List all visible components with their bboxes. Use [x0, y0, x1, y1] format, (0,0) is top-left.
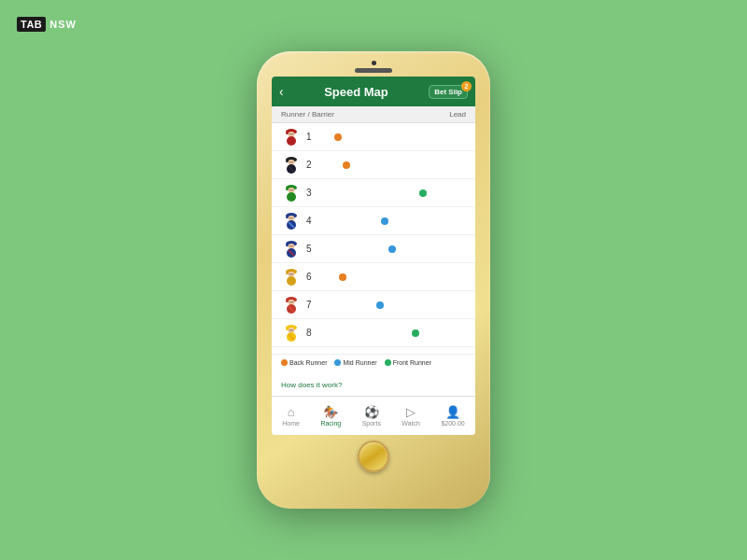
svg-rect-5: [289, 133, 294, 135]
speed-position-dot: [381, 217, 388, 225]
tab-brand: TAB: [17, 17, 46, 32]
svg-rect-11: [289, 161, 294, 163]
nav-icon-racing: 🏇: [323, 405, 338, 419]
phone-bottom-bar: [358, 441, 389, 472]
legend-color-dot: [334, 359, 341, 366]
nav-item-[interactable]: 👤$200.00: [441, 405, 464, 427]
nav-label: Sports: [362, 420, 381, 427]
column-headers: Runner / Barrier Lead: [272, 106, 475, 123]
speed-legend: Back RunnerMid RunnerFront Runner: [272, 354, 475, 371]
jockey-icon: [281, 295, 302, 315]
svg-rect-41: [289, 301, 294, 303]
speed-position-dot: [334, 133, 342, 141]
jockey-icon: [281, 323, 302, 343]
table-row: 8: [272, 319, 475, 347]
svg-rect-47: [289, 329, 294, 331]
table-row: 1: [272, 123, 475, 151]
legend-item: Back Runner: [281, 359, 327, 366]
jockey-icon: [281, 211, 302, 231]
speed-track: [312, 210, 466, 231]
bottom-navigation: ⌂Home🏇Racing⚽Sports▷Watch👤$200.00: [272, 396, 475, 435]
jockey-icon: [281, 155, 302, 175]
speed-position-dot: [388, 245, 396, 253]
legend-color-dot: [385, 359, 391, 366]
nav-icon-home: ⌂: [288, 405, 295, 419]
legend-label: Front Runner: [393, 359, 431, 366]
nsw-label: NSW: [49, 19, 77, 30]
back-button[interactable]: ‹: [279, 84, 284, 99]
jockey-icon: [281, 183, 302, 203]
runner-list: 1 2 3 4: [272, 123, 475, 347]
nav-label: Racing: [320, 420, 341, 427]
how-does-it-work-link[interactable]: How does it work?: [281, 381, 342, 389]
legend-color-dot: [281, 359, 288, 366]
phone-screen: ‹ Speed Map Bet Slip 2 Runner / Barrier …: [272, 77, 475, 435]
speed-position-dot: [343, 161, 350, 169]
bet-slip-button[interactable]: Bet Slip 2: [429, 85, 468, 99]
speaker-grill: [355, 68, 392, 73]
jockey-icon: [281, 127, 302, 147]
table-row: 3: [272, 179, 475, 207]
col-runner-barrier: Runner / Barrier: [281, 110, 334, 119]
nav-item-home[interactable]: ⌂Home: [282, 405, 300, 427]
nav-item-watch[interactable]: ▷Watch: [402, 405, 420, 427]
svg-rect-35: [289, 273, 294, 275]
camera-dot: [372, 61, 376, 65]
nav-icon-watch: ▷: [406, 405, 416, 419]
legend-item: Front Runner: [385, 359, 431, 366]
speed-track: [312, 294, 466, 315]
tab-logo: TAB NSW: [17, 17, 77, 32]
speed-track: [312, 126, 466, 147]
speed-position-dot: [339, 273, 346, 281]
speed-track: [312, 266, 466, 287]
table-row: 6: [272, 263, 475, 291]
svg-rect-29: [289, 245, 294, 247]
jockey-icon: [281, 239, 302, 259]
legend-item: Mid Runner: [334, 359, 376, 366]
table-row: 5: [272, 235, 475, 263]
phone-device: ‹ Speed Map Bet Slip 2 Runner / Barrier …: [257, 51, 490, 509]
svg-rect-23: [289, 217, 294, 219]
app-header: ‹ Speed Map Bet Slip 2: [272, 77, 475, 106]
legend-label: Mid Runner: [343, 359, 376, 366]
how-link-area: How does it work?: [272, 371, 475, 396]
speed-track: [312, 238, 466, 259]
nav-label: Home: [282, 420, 300, 427]
bet-slip-label: Bet Slip: [434, 88, 462, 96]
speed-position-dot: [419, 189, 427, 197]
bet-slip-badge: 2: [461, 81, 472, 91]
page-title: Speed Map: [324, 85, 388, 99]
nav-icon-sports: ⚽: [364, 405, 379, 419]
speed-track: [312, 154, 466, 175]
table-row: 7: [272, 291, 475, 319]
nav-item-racing[interactable]: 🏇Racing: [320, 405, 341, 427]
table-row: 4: [272, 207, 475, 235]
jockey-icon: [281, 267, 302, 287]
svg-rect-17: [289, 189, 294, 191]
legend-label: Back Runner: [289, 359, 327, 366]
content-area: Runner / Barrier Lead 1 2: [272, 106, 475, 354]
speed-position-dot: [412, 329, 419, 337]
table-row: 2: [272, 151, 475, 179]
nav-label: $200.00: [441, 420, 464, 427]
home-button[interactable]: [358, 441, 389, 472]
speed-track: [312, 182, 466, 203]
phone-top-bar: [355, 61, 392, 73]
nav-icon-: 👤: [445, 405, 460, 419]
nav-label: Watch: [402, 420, 420, 427]
nav-item-sports[interactable]: ⚽Sports: [362, 405, 381, 427]
col-lead: Lead: [449, 110, 466, 119]
speed-position-dot: [376, 301, 384, 309]
speed-track: [312, 322, 466, 343]
